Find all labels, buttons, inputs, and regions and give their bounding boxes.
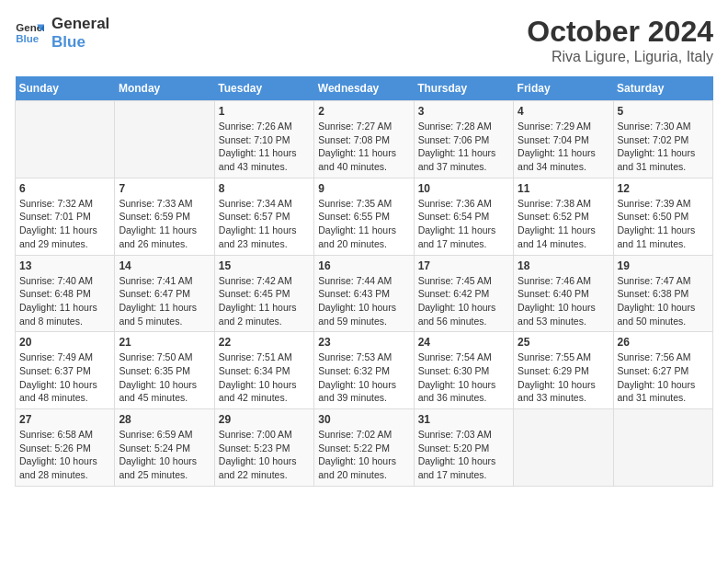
title-block: October 2024 Riva Ligure, Liguria, Italy — [527, 15, 713, 65]
calendar-cell — [16, 101, 115, 178]
day-header-wednesday: Wednesday — [314, 76, 414, 101]
calendar-cell: 8Sunrise: 7:34 AMSunset: 6:57 PMDaylight… — [214, 178, 313, 255]
day-number: 13 — [19, 259, 110, 272]
day-number: 2 — [318, 105, 409, 118]
cell-details: Sunrise: 7:47 AMSunset: 6:38 PMDaylight:… — [618, 274, 709, 328]
calendar-cell: 17Sunrise: 7:45 AMSunset: 6:42 PMDayligh… — [414, 255, 513, 332]
day-number: 26 — [618, 336, 709, 349]
day-number: 22 — [219, 336, 310, 349]
page-title: October 2024 — [527, 15, 713, 49]
day-number: 29 — [219, 413, 310, 426]
calendar-cell: 12Sunrise: 7:39 AMSunset: 6:50 PMDayligh… — [613, 178, 712, 255]
cell-details: Sunrise: 7:55 AMSunset: 6:29 PMDaylight:… — [518, 350, 609, 405]
calendar-cell: 3Sunrise: 7:28 AMSunset: 7:06 PMDaylight… — [414, 101, 513, 178]
day-number: 1 — [219, 105, 310, 118]
calendar-cell: 31Sunrise: 7:03 AMSunset: 5:20 PMDayligh… — [414, 409, 513, 487]
cell-details: Sunrise: 7:26 AMSunset: 7:10 PMDaylight:… — [219, 120, 310, 174]
cell-details: Sunrise: 7:02 AMSunset: 5:22 PMDaylight:… — [318, 428, 409, 482]
day-number: 21 — [119, 336, 210, 349]
cell-details: Sunrise: 7:41 AMSunset: 6:47 PMDaylight:… — [119, 274, 210, 328]
day-number: 14 — [119, 259, 210, 272]
calendar-cell: 6Sunrise: 7:32 AMSunset: 7:01 PMDaylight… — [16, 178, 115, 255]
cell-details: Sunrise: 7:45 AMSunset: 6:42 PMDaylight:… — [418, 274, 509, 328]
day-number: 16 — [318, 259, 409, 272]
day-number: 12 — [618, 182, 709, 195]
cell-details: Sunrise: 6:58 AMSunset: 5:26 PMDaylight:… — [19, 428, 110, 482]
cell-details: Sunrise: 6:59 AMSunset: 5:24 PMDaylight:… — [119, 428, 210, 482]
day-number: 9 — [318, 182, 409, 195]
day-header-saturday: Saturday — [613, 76, 712, 101]
calendar-cell — [514, 409, 613, 487]
day-number: 15 — [219, 259, 310, 272]
day-number: 6 — [19, 182, 110, 195]
calendar-cell: 14Sunrise: 7:41 AMSunset: 6:47 PMDayligh… — [115, 255, 214, 332]
cell-details: Sunrise: 7:50 AMSunset: 6:35 PMDaylight:… — [119, 350, 210, 405]
cell-details: Sunrise: 7:33 AMSunset: 6:59 PMDaylight:… — [119, 197, 210, 251]
cell-details: Sunrise: 7:34 AMSunset: 6:57 PMDaylight:… — [219, 197, 310, 251]
calendar-cell: 18Sunrise: 7:46 AMSunset: 6:40 PMDayligh… — [514, 255, 613, 332]
day-number: 31 — [418, 413, 509, 426]
day-header-sunday: Sunday — [16, 76, 115, 101]
calendar-cell: 26Sunrise: 7:56 AMSunset: 6:27 PMDayligh… — [613, 332, 712, 409]
day-header-monday: Monday — [115, 76, 214, 101]
calendar-cell: 16Sunrise: 7:44 AMSunset: 6:43 PMDayligh… — [314, 255, 414, 332]
cell-details: Sunrise: 7:49 AMSunset: 6:37 PMDaylight:… — [19, 350, 110, 405]
cell-details: Sunrise: 7:03 AMSunset: 5:20 PMDaylight:… — [418, 428, 509, 482]
cell-details: Sunrise: 7:27 AMSunset: 7:08 PMDaylight:… — [318, 120, 409, 174]
day-number: 17 — [418, 259, 509, 272]
cell-details: Sunrise: 7:38 AMSunset: 6:52 PMDaylight:… — [518, 197, 609, 251]
logo: General Blue General Blue — [15, 15, 109, 52]
calendar-cell: 5Sunrise: 7:30 AMSunset: 7:02 PMDaylight… — [613, 101, 712, 178]
calendar-cell: 22Sunrise: 7:51 AMSunset: 6:34 PMDayligh… — [214, 332, 313, 409]
page-subtitle: Riva Ligure, Liguria, Italy — [527, 49, 713, 65]
cell-details: Sunrise: 7:30 AMSunset: 7:02 PMDaylight:… — [618, 120, 709, 174]
day-number: 8 — [219, 182, 310, 195]
calendar-cell: 15Sunrise: 7:42 AMSunset: 6:45 PMDayligh… — [214, 255, 313, 332]
calendar-cell: 28Sunrise: 6:59 AMSunset: 5:24 PMDayligh… — [115, 409, 214, 487]
calendar-cell: 2Sunrise: 7:27 AMSunset: 7:08 PMDaylight… — [314, 101, 414, 178]
cell-details: Sunrise: 7:28 AMSunset: 7:06 PMDaylight:… — [418, 120, 509, 174]
page-header: General Blue General Blue October 2024 R… — [15, 15, 713, 65]
calendar-table: SundayMondayTuesdayWednesdayThursdayFrid… — [15, 76, 713, 487]
cell-details: Sunrise: 7:53 AMSunset: 6:32 PMDaylight:… — [318, 350, 409, 405]
cell-details: Sunrise: 7:54 AMSunset: 6:30 PMDaylight:… — [418, 350, 509, 405]
cell-details: Sunrise: 7:51 AMSunset: 6:34 PMDaylight:… — [219, 350, 310, 405]
day-number: 3 — [418, 105, 509, 118]
day-header-thursday: Thursday — [414, 76, 513, 101]
calendar-cell: 21Sunrise: 7:50 AMSunset: 6:35 PMDayligh… — [115, 332, 214, 409]
day-number: 27 — [19, 413, 110, 426]
day-number: 25 — [518, 336, 609, 349]
day-number: 7 — [119, 182, 210, 195]
day-number: 11 — [518, 182, 609, 195]
calendar-cell — [613, 409, 712, 487]
calendar-cell: 29Sunrise: 7:00 AMSunset: 5:23 PMDayligh… — [214, 409, 313, 487]
cell-details: Sunrise: 7:46 AMSunset: 6:40 PMDaylight:… — [518, 274, 609, 328]
cell-details: Sunrise: 7:32 AMSunset: 7:01 PMDaylight:… — [19, 197, 110, 251]
day-number: 19 — [618, 259, 709, 272]
calendar-cell: 20Sunrise: 7:49 AMSunset: 6:37 PMDayligh… — [16, 332, 115, 409]
cell-details: Sunrise: 7:36 AMSunset: 6:54 PMDaylight:… — [418, 197, 509, 251]
calendar-cell: 9Sunrise: 7:35 AMSunset: 6:55 PMDaylight… — [314, 178, 414, 255]
day-number: 30 — [318, 413, 409, 426]
logo-line1: General — [51, 15, 109, 33]
day-number: 20 — [19, 336, 110, 349]
cell-details: Sunrise: 7:29 AMSunset: 7:04 PMDaylight:… — [518, 120, 609, 174]
cell-details: Sunrise: 7:56 AMSunset: 6:27 PMDaylight:… — [618, 350, 709, 405]
calendar-cell — [115, 101, 214, 178]
calendar-cell: 10Sunrise: 7:36 AMSunset: 6:54 PMDayligh… — [414, 178, 513, 255]
logo-icon: General Blue — [15, 18, 44, 48]
calendar-cell: 13Sunrise: 7:40 AMSunset: 6:48 PMDayligh… — [16, 255, 115, 332]
cell-details: Sunrise: 7:40 AMSunset: 6:48 PMDaylight:… — [19, 274, 110, 328]
calendar-cell: 7Sunrise: 7:33 AMSunset: 6:59 PMDaylight… — [115, 178, 214, 255]
calendar-cell: 23Sunrise: 7:53 AMSunset: 6:32 PMDayligh… — [314, 332, 414, 409]
calendar-cell: 30Sunrise: 7:02 AMSunset: 5:22 PMDayligh… — [314, 409, 414, 487]
logo-line2: Blue — [51, 33, 109, 52]
cell-details: Sunrise: 7:42 AMSunset: 6:45 PMDaylight:… — [219, 274, 310, 328]
day-number: 24 — [418, 336, 509, 349]
calendar-cell: 25Sunrise: 7:55 AMSunset: 6:29 PMDayligh… — [514, 332, 613, 409]
cell-details: Sunrise: 7:44 AMSunset: 6:43 PMDaylight:… — [318, 274, 409, 328]
calendar-cell: 1Sunrise: 7:26 AMSunset: 7:10 PMDaylight… — [214, 101, 313, 178]
calendar-cell: 24Sunrise: 7:54 AMSunset: 6:30 PMDayligh… — [414, 332, 513, 409]
day-number: 4 — [518, 105, 609, 118]
day-header-friday: Friday — [514, 76, 613, 101]
